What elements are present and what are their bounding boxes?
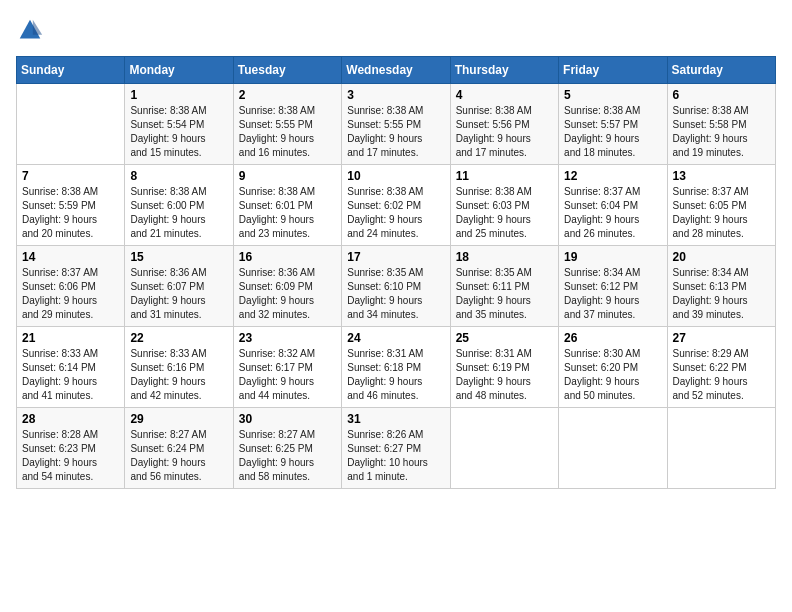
calendar-cell: 1Sunrise: 8:38 AM Sunset: 5:54 PM Daylig… [125, 84, 233, 165]
calendar-cell: 6Sunrise: 8:38 AM Sunset: 5:58 PM Daylig… [667, 84, 775, 165]
calendar-week-3: 14Sunrise: 8:37 AM Sunset: 6:06 PM Dayli… [17, 246, 776, 327]
calendar-cell: 3Sunrise: 8:38 AM Sunset: 5:55 PM Daylig… [342, 84, 450, 165]
day-number: 12 [564, 169, 661, 183]
calendar-cell: 14Sunrise: 8:37 AM Sunset: 6:06 PM Dayli… [17, 246, 125, 327]
day-number: 3 [347, 88, 444, 102]
cell-info: Sunrise: 8:33 AM Sunset: 6:16 PM Dayligh… [130, 347, 227, 403]
col-header-sunday: Sunday [17, 57, 125, 84]
cell-info: Sunrise: 8:38 AM Sunset: 5:56 PM Dayligh… [456, 104, 553, 160]
day-number: 9 [239, 169, 336, 183]
col-header-friday: Friday [559, 57, 667, 84]
col-header-tuesday: Tuesday [233, 57, 341, 84]
cell-info: Sunrise: 8:31 AM Sunset: 6:18 PM Dayligh… [347, 347, 444, 403]
calendar-cell: 26Sunrise: 8:30 AM Sunset: 6:20 PM Dayli… [559, 327, 667, 408]
day-number: 31 [347, 412, 444, 426]
day-number: 21 [22, 331, 119, 345]
cell-info: Sunrise: 8:27 AM Sunset: 6:25 PM Dayligh… [239, 428, 336, 484]
calendar-week-4: 21Sunrise: 8:33 AM Sunset: 6:14 PM Dayli… [17, 327, 776, 408]
cell-info: Sunrise: 8:30 AM Sunset: 6:20 PM Dayligh… [564, 347, 661, 403]
calendar-cell: 2Sunrise: 8:38 AM Sunset: 5:55 PM Daylig… [233, 84, 341, 165]
cell-info: Sunrise: 8:34 AM Sunset: 6:12 PM Dayligh… [564, 266, 661, 322]
day-number: 27 [673, 331, 770, 345]
cell-info: Sunrise: 8:31 AM Sunset: 6:19 PM Dayligh… [456, 347, 553, 403]
calendar-cell: 16Sunrise: 8:36 AM Sunset: 6:09 PM Dayli… [233, 246, 341, 327]
calendar-cell: 29Sunrise: 8:27 AM Sunset: 6:24 PM Dayli… [125, 408, 233, 489]
calendar-cell: 25Sunrise: 8:31 AM Sunset: 6:19 PM Dayli… [450, 327, 558, 408]
calendar-cell [667, 408, 775, 489]
day-number: 22 [130, 331, 227, 345]
cell-info: Sunrise: 8:32 AM Sunset: 6:17 PM Dayligh… [239, 347, 336, 403]
cell-info: Sunrise: 8:27 AM Sunset: 6:24 PM Dayligh… [130, 428, 227, 484]
calendar-cell: 23Sunrise: 8:32 AM Sunset: 6:17 PM Dayli… [233, 327, 341, 408]
calendar-cell [559, 408, 667, 489]
cell-info: Sunrise: 8:35 AM Sunset: 6:10 PM Dayligh… [347, 266, 444, 322]
calendar-cell: 15Sunrise: 8:36 AM Sunset: 6:07 PM Dayli… [125, 246, 233, 327]
page-header [16, 16, 776, 44]
calendar-header-row: SundayMondayTuesdayWednesdayThursdayFrid… [17, 57, 776, 84]
day-number: 1 [130, 88, 227, 102]
day-number: 7 [22, 169, 119, 183]
calendar-cell: 30Sunrise: 8:27 AM Sunset: 6:25 PM Dayli… [233, 408, 341, 489]
cell-info: Sunrise: 8:38 AM Sunset: 5:55 PM Dayligh… [347, 104, 444, 160]
day-number: 4 [456, 88, 553, 102]
cell-info: Sunrise: 8:38 AM Sunset: 5:57 PM Dayligh… [564, 104, 661, 160]
cell-info: Sunrise: 8:38 AM Sunset: 5:58 PM Dayligh… [673, 104, 770, 160]
cell-info: Sunrise: 8:38 AM Sunset: 5:59 PM Dayligh… [22, 185, 119, 241]
calendar-cell: 11Sunrise: 8:38 AM Sunset: 6:03 PM Dayli… [450, 165, 558, 246]
day-number: 2 [239, 88, 336, 102]
cell-info: Sunrise: 8:37 AM Sunset: 6:04 PM Dayligh… [564, 185, 661, 241]
day-number: 11 [456, 169, 553, 183]
calendar-table: SundayMondayTuesdayWednesdayThursdayFrid… [16, 56, 776, 489]
calendar-cell: 8Sunrise: 8:38 AM Sunset: 6:00 PM Daylig… [125, 165, 233, 246]
day-number: 25 [456, 331, 553, 345]
calendar-cell: 13Sunrise: 8:37 AM Sunset: 6:05 PM Dayli… [667, 165, 775, 246]
day-number: 17 [347, 250, 444, 264]
calendar-cell: 19Sunrise: 8:34 AM Sunset: 6:12 PM Dayli… [559, 246, 667, 327]
cell-info: Sunrise: 8:38 AM Sunset: 5:54 PM Dayligh… [130, 104, 227, 160]
cell-info: Sunrise: 8:36 AM Sunset: 6:09 PM Dayligh… [239, 266, 336, 322]
day-number: 8 [130, 169, 227, 183]
col-header-thursday: Thursday [450, 57, 558, 84]
calendar-cell: 17Sunrise: 8:35 AM Sunset: 6:10 PM Dayli… [342, 246, 450, 327]
day-number: 5 [564, 88, 661, 102]
calendar-cell [17, 84, 125, 165]
cell-info: Sunrise: 8:33 AM Sunset: 6:14 PM Dayligh… [22, 347, 119, 403]
cell-info: Sunrise: 8:34 AM Sunset: 6:13 PM Dayligh… [673, 266, 770, 322]
calendar-week-2: 7Sunrise: 8:38 AM Sunset: 5:59 PM Daylig… [17, 165, 776, 246]
calendar-cell: 5Sunrise: 8:38 AM Sunset: 5:57 PM Daylig… [559, 84, 667, 165]
calendar-cell: 10Sunrise: 8:38 AM Sunset: 6:02 PM Dayli… [342, 165, 450, 246]
cell-info: Sunrise: 8:38 AM Sunset: 5:55 PM Dayligh… [239, 104, 336, 160]
calendar-cell: 4Sunrise: 8:38 AM Sunset: 5:56 PM Daylig… [450, 84, 558, 165]
cell-info: Sunrise: 8:28 AM Sunset: 6:23 PM Dayligh… [22, 428, 119, 484]
cell-info: Sunrise: 8:38 AM Sunset: 6:01 PM Dayligh… [239, 185, 336, 241]
day-number: 29 [130, 412, 227, 426]
calendar-cell: 21Sunrise: 8:33 AM Sunset: 6:14 PM Dayli… [17, 327, 125, 408]
day-number: 19 [564, 250, 661, 264]
calendar-cell: 9Sunrise: 8:38 AM Sunset: 6:01 PM Daylig… [233, 165, 341, 246]
day-number: 6 [673, 88, 770, 102]
cell-info: Sunrise: 8:37 AM Sunset: 6:06 PM Dayligh… [22, 266, 119, 322]
svg-marker-1 [33, 20, 42, 35]
calendar-cell: 22Sunrise: 8:33 AM Sunset: 6:16 PM Dayli… [125, 327, 233, 408]
day-number: 10 [347, 169, 444, 183]
col-header-monday: Monday [125, 57, 233, 84]
col-header-saturday: Saturday [667, 57, 775, 84]
calendar-cell: 12Sunrise: 8:37 AM Sunset: 6:04 PM Dayli… [559, 165, 667, 246]
cell-info: Sunrise: 8:38 AM Sunset: 6:02 PM Dayligh… [347, 185, 444, 241]
calendar-week-1: 1Sunrise: 8:38 AM Sunset: 5:54 PM Daylig… [17, 84, 776, 165]
calendar-cell: 7Sunrise: 8:38 AM Sunset: 5:59 PM Daylig… [17, 165, 125, 246]
cell-info: Sunrise: 8:26 AM Sunset: 6:27 PM Dayligh… [347, 428, 444, 484]
calendar-cell: 27Sunrise: 8:29 AM Sunset: 6:22 PM Dayli… [667, 327, 775, 408]
cell-info: Sunrise: 8:29 AM Sunset: 6:22 PM Dayligh… [673, 347, 770, 403]
day-number: 30 [239, 412, 336, 426]
col-header-wednesday: Wednesday [342, 57, 450, 84]
day-number: 16 [239, 250, 336, 264]
calendar-cell: 18Sunrise: 8:35 AM Sunset: 6:11 PM Dayli… [450, 246, 558, 327]
cell-info: Sunrise: 8:38 AM Sunset: 6:03 PM Dayligh… [456, 185, 553, 241]
day-number: 18 [456, 250, 553, 264]
calendar-cell: 24Sunrise: 8:31 AM Sunset: 6:18 PM Dayli… [342, 327, 450, 408]
logo-icon [16, 16, 44, 44]
day-number: 23 [239, 331, 336, 345]
calendar-cell: 20Sunrise: 8:34 AM Sunset: 6:13 PM Dayli… [667, 246, 775, 327]
cell-info: Sunrise: 8:35 AM Sunset: 6:11 PM Dayligh… [456, 266, 553, 322]
